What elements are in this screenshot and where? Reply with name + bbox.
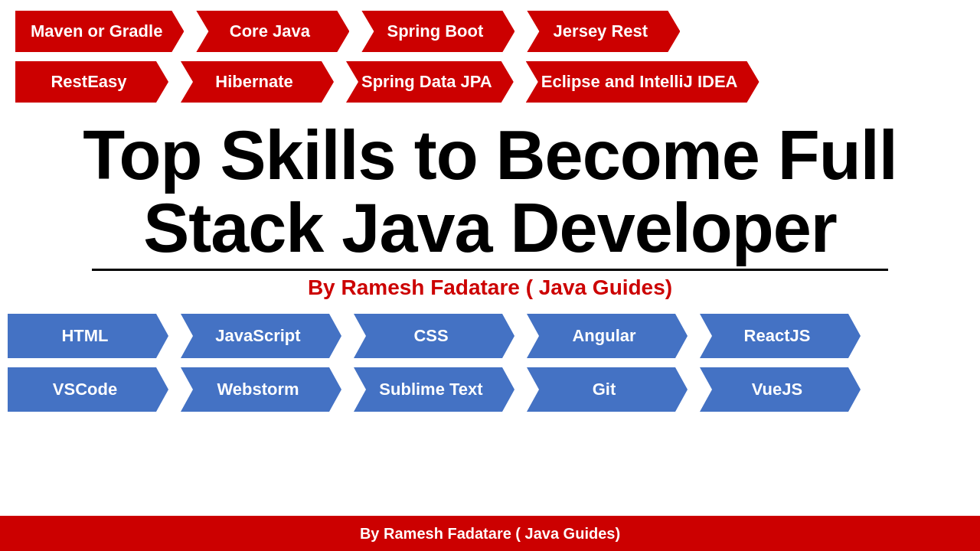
badge-git: Git <box>527 367 688 412</box>
top-badges-section: Maven or GradleCore JavaSpring BootJerse… <box>0 0 980 103</box>
badge-spring-data-jpa: Spring Data JPA <box>346 61 514 103</box>
badge-javascript: JavaScript <box>181 314 341 358</box>
title-divider <box>92 269 888 271</box>
top-row-1: Maven or GradleCore JavaSpring BootJerse… <box>15 11 965 52</box>
subtitle: By Ramesh Fadatare ( Java Guides) <box>46 276 934 300</box>
main-title: Top Skills to Become Full Stack Java Dev… <box>46 119 934 264</box>
badge-css: CSS <box>354 314 514 358</box>
title-line2: Stack Java Developer <box>143 190 837 266</box>
top-row-2: RestEasyHibernateSpring Data JPAEclipse … <box>15 61 965 103</box>
badge-maven-or-gradle: Maven or Gradle <box>15 11 184 52</box>
badge-vscode: VSCode <box>8 367 168 412</box>
badge-hibernate: Hibernate <box>181 61 334 103</box>
badge-vuejs: VueJS <box>700 367 861 412</box>
badge-jersey-rest: Jersey Rest <box>527 11 680 52</box>
badge-resteasy: RestEasy <box>15 61 168 103</box>
badge-webstorm: Webstorm <box>181 367 341 412</box>
badge-spring-boot: Spring Boot <box>361 11 514 52</box>
badge-reactjs: ReactJS <box>700 314 861 358</box>
badge-sublime-text: Sublime Text <box>354 367 514 412</box>
footer-text: By Ramesh Fadatare ( Java Guides) <box>360 525 620 543</box>
badge-eclipse-and-intellij-idea: Eclipse and IntelliJ IDEA <box>526 61 760 103</box>
title-section: Top Skills to Become Full Stack Java Dev… <box>0 112 980 300</box>
bottom-row-2: VSCodeWebstormSublime TextGitVueJS <box>8 367 972 412</box>
badge-core-java: Core Java <box>196 11 349 52</box>
footer-bar: By Ramesh Fadatare ( Java Guides) <box>0 516 980 551</box>
badge-angular: Angular <box>527 314 688 358</box>
badge-html: HTML <box>8 314 168 358</box>
title-line1: Top Skills to Become Full <box>83 117 897 194</box>
bottom-row-1: HTMLJavaScriptCSSAngularReactJS <box>8 314 972 358</box>
bottom-badges-section: HTMLJavaScriptCSSAngularReactJS VSCodeWe… <box>0 300 980 412</box>
